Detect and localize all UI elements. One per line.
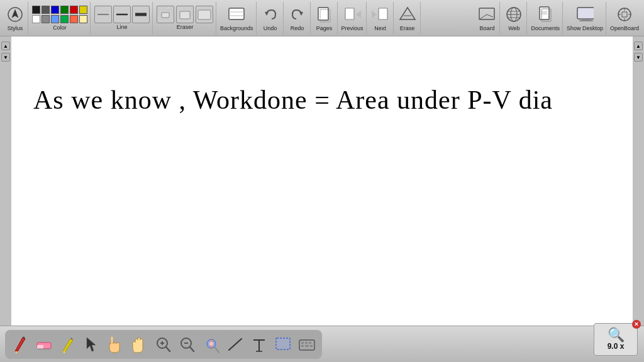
color-black[interactable]: [32, 6, 40, 14]
backgrounds-group: Backgrounds: [218, 2, 257, 35]
text-tool-button[interactable]: [249, 333, 269, 356]
svg-rect-4: [162, 13, 169, 18]
eraser-small-button[interactable]: [157, 6, 174, 23]
line-thin-button[interactable]: [94, 6, 112, 23]
board-button[interactable]: [477, 4, 497, 25]
scroll-right-down-button[interactable]: ▼: [634, 53, 643, 62]
bottom-toolbar: [0, 326, 644, 362]
undo-group: Undo: [258, 2, 284, 35]
zoom-icon: 🔍: [608, 328, 625, 342]
svg-marker-15: [356, 11, 361, 18]
svg-rect-58: [305, 342, 308, 344]
web-label: Web: [508, 26, 519, 32]
svg-marker-10: [265, 12, 269, 16]
keyboard-tool-button[interactable]: [297, 333, 317, 356]
color-light-red[interactable]: [70, 15, 78, 23]
next-label: Next: [374, 26, 386, 32]
erase-group: Erase: [395, 2, 421, 35]
svg-line-48: [190, 347, 194, 351]
scroll-right-up-button[interactable]: ▲: [634, 41, 643, 50]
eraser-medium-button[interactable]: [176, 6, 194, 23]
eraser-large-button[interactable]: [196, 6, 213, 23]
documents-button[interactable]: [535, 4, 555, 25]
color-group: Color: [30, 2, 91, 35]
stylus-group: Stylus: [3, 2, 28, 35]
color-picker-button[interactable]: [201, 333, 221, 356]
color-light-green[interactable]: [60, 15, 69, 23]
pan-tool-button[interactable]: [130, 333, 150, 356]
zoom-close-button[interactable]: ✕: [632, 320, 641, 329]
previous-icon: [343, 6, 361, 23]
board-label: Board: [479, 26, 494, 32]
stylus-icon: [6, 6, 24, 23]
line-thick-button[interactable]: [132, 6, 150, 23]
web-button[interactable]: [504, 4, 524, 25]
svg-rect-5: [180, 11, 190, 19]
color-yellow[interactable]: [79, 6, 87, 14]
zoom-out-button[interactable]: [177, 333, 197, 356]
stylus-button[interactable]: [5, 4, 25, 25]
undo-button[interactable]: [260, 4, 280, 25]
color-light-blue[interactable]: [51, 15, 59, 23]
svg-marker-11: [299, 12, 303, 16]
svg-line-45: [166, 347, 170, 351]
erase-icon: [399, 6, 416, 23]
line-group: Line: [92, 2, 153, 35]
right-scroll-panel: ▲ ▼: [633, 36, 644, 326]
svg-rect-6: [198, 10, 211, 19]
next-button[interactable]: [370, 4, 391, 25]
color-red[interactable]: [70, 6, 78, 14]
color-blue[interactable]: [51, 6, 59, 14]
backgrounds-icon: [228, 6, 245, 23]
erase-button[interactable]: [397, 4, 418, 25]
documents-icon: [536, 6, 554, 23]
line-medium-button[interactable]: [113, 6, 131, 23]
eraser-buttons: [157, 6, 213, 23]
svg-marker-17: [372, 11, 377, 18]
svg-rect-16: [379, 8, 387, 19]
color-label: Color: [53, 25, 67, 31]
select-tool-button[interactable]: [82, 333, 102, 356]
bottom-tool-group: [5, 330, 322, 359]
previous-button[interactable]: [342, 4, 362, 25]
undo-icon: [262, 6, 279, 23]
backgrounds-button[interactable]: [226, 4, 247, 25]
color-green[interactable]: [60, 6, 69, 14]
openboard-group: OpenBoard: [608, 2, 641, 35]
canvas-area[interactable]: As we know , Workdone = Area under P-V d…: [11, 36, 633, 326]
openboard-button[interactable]: [614, 4, 635, 25]
svg-rect-39: [37, 345, 43, 349]
top-toolbar: Stylus Color: [0, 0, 644, 36]
selection-rect-button[interactable]: [273, 333, 293, 356]
eraser-tool-button[interactable]: [34, 333, 54, 356]
svg-rect-60: [301, 345, 304, 347]
color-light-yellow[interactable]: [79, 15, 87, 23]
undo-label: Undo: [264, 26, 277, 32]
hand-tool-button[interactable]: [106, 333, 126, 356]
show-desktop-label: Show Desktop: [567, 26, 603, 32]
svg-rect-7: [229, 8, 244, 19]
highlighter-tool-button[interactable]: [58, 333, 78, 356]
next-group: Next: [368, 2, 394, 35]
scroll-up-button[interactable]: ▲: [1, 41, 10, 50]
left-scroll-panel: ▲ ▼: [0, 36, 11, 326]
pen-tool-button[interactable]: [10, 333, 30, 356]
color-row-1: [32, 6, 87, 14]
pages-group: Pages: [312, 2, 338, 35]
eraser-group: Eraser: [154, 2, 216, 35]
color-dark-gray[interactable]: [42, 6, 50, 14]
line-draw-button[interactable]: [225, 333, 245, 356]
next-icon: [372, 6, 389, 23]
zoom-in-button[interactable]: [153, 333, 174, 356]
backgrounds-label: Backgrounds: [220, 26, 253, 32]
color-row-2: [32, 15, 87, 23]
pages-button[interactable]: [314, 4, 335, 25]
color-gray[interactable]: [42, 15, 50, 23]
handwritten-content: As we know , Workdone = Area under P-V d…: [11, 36, 633, 326]
redo-button[interactable]: [287, 4, 308, 25]
svg-rect-57: [301, 342, 304, 344]
scroll-down-button[interactable]: ▼: [1, 53, 10, 62]
redo-icon: [289, 6, 306, 23]
color-white[interactable]: [32, 15, 40, 23]
show-desktop-button[interactable]: [575, 4, 595, 25]
